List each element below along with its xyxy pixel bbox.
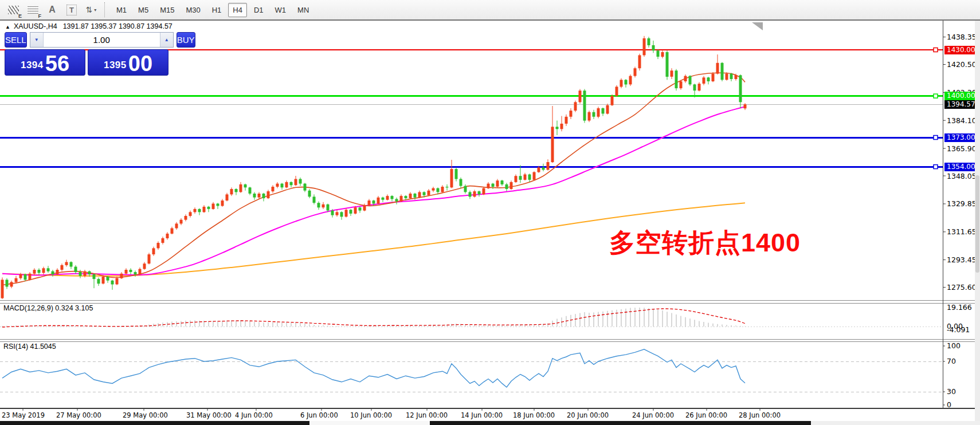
text-box-icon[interactable]: T [64,2,79,17]
rsi-label: RSI(14) 41.5045 [3,343,56,351]
tf-button-H1[interactable]: H1 [207,3,226,17]
toolbar-separator [104,2,105,17]
tf-button-W1[interactable]: W1 [271,3,291,17]
rsi-axis-label: 30 [947,387,956,396]
toolbar: EFAT⇅▾ M1M5M15M30H1H4D1W1MN [0,0,980,21]
rsi-panel [0,349,943,392]
current-price-label: 1394.57 [944,100,975,109]
level-price-label: 1400.00 [944,92,975,100]
price-tick-label: 1275.60 [947,283,977,292]
bottom-strip-segment [811,421,980,425]
time-tick-label: 10 Jun 00:00 [350,411,392,419]
collapse-triangle-icon[interactable]: ▲ [5,24,10,30]
macd-panel [0,308,943,327]
arrow-objects-icon[interactable]: ⇅▾ [84,2,99,17]
tf-button-MN[interactable]: MN [293,3,313,17]
symbol-ohlc-line: ▲XAUUSD-,H41391.87 1395.37 1390.87 1394.… [5,22,173,30]
tf-button-M15[interactable]: M15 [155,3,179,17]
one-click-trading-panel: SELL ▼ ▲ BUY 1394 56 1395 00 [5,32,168,76]
ohlc-values: 1391.87 1395.37 1390.87 1394.57 [63,22,173,30]
time-tick-label: 4 Jun 00:00 [235,411,273,419]
rsi-axis-label: 100 [947,341,961,350]
price-tick-label: 1420.50 [947,60,977,69]
macd-signal-line [2,309,745,327]
rsi-axis-label: 70 [947,357,956,365]
rsi-line [2,349,745,387]
scrollbar-thumb[interactable] [975,175,979,273]
chart-shift-marker-icon[interactable] [752,22,763,30]
tf-button-M30[interactable]: M30 [181,3,205,17]
bottom-strip-segment [430,421,811,425]
time-tick-label: 26 Jun 00:00 [685,411,727,419]
time-tick-label: 20 Jun 00:00 [567,411,609,419]
price-tick-label: 1329.85 [947,199,977,208]
time-tick-label: 6 Jun 00:00 [300,411,338,419]
rsi-axis-label: 0 [947,400,951,409]
bottom-strip-segment [309,421,430,425]
tf-button-D1[interactable]: D1 [249,3,268,17]
fibonacci-grid-icon[interactable]: F [25,2,40,17]
sell-button[interactable]: SELL [5,32,27,48]
sell-price-box[interactable]: 1394 56 [5,49,85,76]
volume-spinner: ▼ ▲ [30,32,174,48]
price-tick-label: 1384.10 [947,116,977,125]
bottom-strip-segment [0,421,309,425]
macd-label: MACD(12,26,9) 0.324 3.105 [3,304,93,312]
time-tick-label: 23 May 2019 [2,411,45,419]
time-tick-label: 27 May 00:00 [56,411,101,419]
macd-axis-label: 19.166 [947,303,972,312]
toolbar-object-icons: EFAT⇅▾ [3,2,101,17]
sell-price-pips: 56 [45,53,69,74]
buy-price-box[interactable]: 1395 00 [88,49,168,76]
time-tick-label: 24 Jun 00:00 [632,411,674,419]
buy-button[interactable]: BUY [177,32,195,48]
chart-annotation: 多空转折点1400 [609,226,801,260]
price-tick-label: 1293.45 [947,255,977,264]
volume-increase-button[interactable]: ▲ [160,33,173,47]
time-tick-label: 12 Jun 00:00 [406,411,448,419]
time-tick-label: 14 Jun 00:00 [461,411,503,419]
time-tick-label: 31 May 00:00 [186,411,232,419]
level-price-label: 1373.00 [944,133,975,142]
price-tick-label: 1348.05 [947,172,977,180]
timeframe-buttons: M1M5M15M30H1H4D1W1MN [111,3,315,17]
price-tick-label: 1311.65 [947,227,977,236]
tf-button-H4[interactable]: H4 [228,3,247,17]
equidistant-channel-icon[interactable]: E [6,2,21,17]
window-right-edge [975,21,980,422]
symbol-title: XAUUSD-,H4 [14,22,57,30]
tf-button-M5[interactable]: M5 [134,3,153,17]
tf-button-M1[interactable]: M1 [112,3,131,17]
time-tick-label: 28 Jun 00:00 [739,411,781,419]
mt4-chart-window: EFAT⇅▾ M1M5M15M30H1H4D1W1MN 1438.351420.… [0,0,980,425]
price-tick-label: 1365.90 [947,144,977,153]
time-tick-label: 18 Jun 00:00 [513,411,555,419]
time-tick-label: 29 May 00:00 [123,411,168,419]
macd-axis-label: -4.091 [947,325,970,334]
level-price-label: 1354.00 [944,163,975,171]
text-label-icon[interactable]: A [45,2,60,17]
bottom-taskbar-strip [0,421,980,425]
volume-input[interactable] [44,33,160,47]
level-price-label: 1430.00 [944,46,975,54]
price-tick-label: 1438.35 [947,33,977,41]
buy-price-main: 1395 [104,60,127,71]
sell-price-main: 1394 [21,60,44,71]
buy-price-pips: 00 [128,53,152,74]
volume-decrease-button[interactable]: ▼ [30,33,44,47]
